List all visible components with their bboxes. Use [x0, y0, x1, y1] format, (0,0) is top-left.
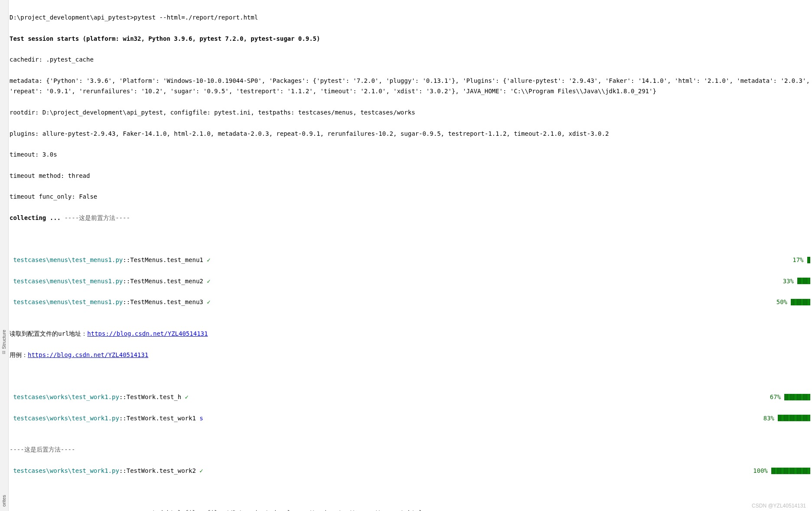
test-file: testcases\works\test_work1.py [10, 467, 119, 474]
config-url-line: 读取到配置文件的url地址：https://blog.csdn.net/YZL4… [10, 328, 810, 339]
sidebar-favorites-tab[interactable]: orites [1, 495, 7, 507]
checkmark-icon: ✓ [207, 298, 210, 305]
progress-percent: 83% [763, 413, 774, 423]
timeout-func-line: timeout func_only: False [10, 191, 810, 202]
test-node: ::TestWork.test_work2 [119, 467, 199, 474]
test-node: ::TestWork.test_h [119, 393, 185, 400]
progress-percent: 33% [783, 276, 794, 286]
checkmark-icon: ✓ [207, 278, 210, 285]
skipped-mark-icon: s [199, 415, 203, 422]
test-node: ::TestWork.test_work1 [119, 415, 199, 422]
progress-bar [797, 278, 810, 284]
case-url-line: 用例：https://blog.csdn.net/YZL40514131 [10, 350, 810, 360]
generated-file-line: -------------------------------- generat… [10, 508, 810, 511]
progress-percent: 67% [770, 392, 781, 402]
teardown-line: ----这是后置方法---- [10, 444, 810, 455]
plugins-line: plugins: allure-pytest-2.9.43, Faker-14.… [10, 128, 810, 139]
progress-bar [791, 299, 810, 305]
test-result-row: testcases\menus\test_menus1.py::TestMenu… [10, 297, 810, 307]
test-node: ::TestMenus.test_menu1 [123, 256, 207, 263]
terminal-output[interactable]: D:\project_development\api_pytest>pytest… [10, 2, 810, 511]
test-result-row: testcases\menus\test_menus1.py::TestMenu… [10, 255, 810, 265]
cachedir-line: cachedir: .pytest_cache [10, 54, 810, 65]
test-result-row: testcases\works\test_work1.py::TestWork.… [10, 413, 810, 423]
checkmark-icon: ✓ [207, 256, 210, 263]
progress-percent: 17% [792, 255, 803, 265]
test-node: ::TestMenus.test_menu2 [123, 278, 207, 285]
test-result-row: testcases\menus\test_menus1.py::TestMenu… [10, 276, 810, 286]
test-result-row: testcases\works\test_work1.py::TestWork.… [10, 465, 810, 476]
progress-percent: 100% [753, 465, 768, 476]
config-url-link[interactable]: https://blog.csdn.net/YZL40514131 [87, 330, 208, 337]
timeout-line: timeout: 3.0s [10, 149, 810, 160]
collecting-line: collecting ... ----这是前置方法---- [10, 213, 810, 223]
progress-bar [784, 394, 810, 400]
metadata-line: metadata: {'Python': '3.9.6', 'Platform'… [10, 75, 810, 97]
sidebar-structure-tab[interactable]: ▥ Structure [1, 330, 7, 355]
progress-bar [807, 257, 811, 263]
session-header: Test session starts (platform: win32, Py… [10, 33, 810, 44]
test-file: testcases\works\test_work1.py [10, 393, 119, 400]
test-file: testcases\works\test_work1.py [10, 415, 119, 422]
watermark: CSDN @YZL40514131 [752, 503, 806, 509]
progress-bar [778, 415, 810, 421]
checkmark-icon: ✓ [199, 467, 203, 474]
case-url-link[interactable]: https://blog.csdn.net/YZL40514131 [28, 351, 148, 358]
progress-percent: 50% [776, 297, 787, 307]
test-file: testcases\menus\test_menus1.py [10, 298, 123, 305]
timeout-method-line: timeout method: thread [10, 170, 810, 181]
test-file: testcases\menus\test_menus1.py [10, 278, 123, 285]
test-file: testcases\menus\test_menus1.py [10, 256, 123, 263]
progress-bar [771, 468, 810, 474]
test-node: ::TestMenus.test_menu3 [123, 298, 207, 305]
checkmark-icon: ✓ [185, 393, 189, 400]
rootdir-line: rootdir: D:\project_development\api_pyte… [10, 107, 810, 118]
ide-sidebar: ▥ Structure orites [0, 0, 9, 511]
command-line: D:\project_development\api_pytest>pytest… [10, 12, 810, 23]
test-result-row: testcases\works\test_work1.py::TestWork.… [10, 392, 810, 402]
